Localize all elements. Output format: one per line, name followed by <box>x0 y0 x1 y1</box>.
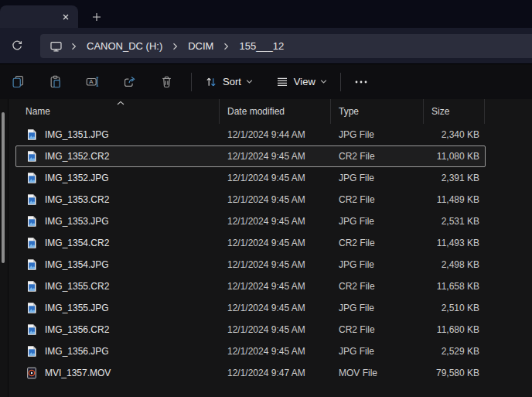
file-name: IMG_1351.JPG <box>45 129 109 140</box>
breadcrumb-segment-drive[interactable]: CANON_DC (H:) <box>82 38 167 54</box>
file-row[interactable]: IMG_1354.CR2 12/1/2024 9:45 AM CR2 File … <box>15 232 486 254</box>
image-file-icon <box>26 258 38 271</box>
refresh-icon <box>11 39 23 52</box>
chevron-down-icon <box>246 79 253 84</box>
file-type: JPG File <box>331 259 424 270</box>
breadcrumb-segment-folder[interactable]: 155___12 <box>234 38 288 54</box>
column-header-type[interactable]: Type <box>330 99 423 124</box>
toolbar-divider <box>340 73 341 91</box>
file-name: IMG_1355.JPG <box>45 303 109 313</box>
trash-icon <box>160 75 173 88</box>
file-row[interactable]: IMG_1355.CR2 12/1/2024 9:45 AM CR2 File … <box>15 276 486 297</box>
file-name: IMG_1352.JPG <box>45 173 109 183</box>
file-row[interactable]: IMG_1355.JPG 12/1/2024 9:45 AM JPG File … <box>15 297 486 319</box>
nav-pane-scrollbar[interactable] <box>2 112 5 263</box>
sort-icon <box>205 76 217 88</box>
file-date-modified: 12/1/2024 9:45 AM <box>220 303 331 313</box>
file-row[interactable]: IMG_1356.CR2 12/1/2024 9:45 AM CR2 File … <box>15 319 486 341</box>
file-name: MVI_1357.MOV <box>45 368 111 378</box>
file-type: MOV File <box>331 368 424 378</box>
breadcrumb-chevron-icon[interactable] <box>223 43 229 50</box>
file-date-modified: 12/1/2024 9:45 AM <box>220 173 331 183</box>
file-name: IMG_1356.CR2 <box>45 324 109 335</box>
file-name: IMG_1354.CR2 <box>45 238 109 248</box>
refresh-button[interactable] <box>6 34 28 57</box>
file-row[interactable]: IMG_1352.CR2 12/1/2024 9:45 AM CR2 File … <box>15 145 486 167</box>
file-row[interactable]: IMG_1353.CR2 12/1/2024 9:45 AM CR2 File … <box>15 189 486 210</box>
breadcrumb-chevron-icon[interactable] <box>172 43 178 50</box>
address-bar[interactable]: CANON_DC (H:) DCIM 155___12 <box>40 34 532 58</box>
file-list: IMG_1351.JPG 12/1/2024 9:44 AM JPG File … <box>15 124 486 384</box>
video-file-icon <box>26 367 38 379</box>
column-header-row: Name Date modified Type Size <box>15 99 532 124</box>
paste-button[interactable] <box>43 69 66 95</box>
copy-button[interactable] <box>6 69 29 95</box>
column-header-name[interactable]: Name <box>15 99 219 124</box>
file-row[interactable]: IMG_1354.JPG 12/1/2024 9:45 AM JPG File … <box>15 254 486 276</box>
file-name: IMG_1353.CR2 <box>45 194 109 205</box>
view-icon <box>276 76 288 88</box>
breadcrumb-chevron-icon[interactable] <box>71 43 77 50</box>
svg-text:A: A <box>89 78 94 85</box>
file-type: CR2 File <box>331 281 424 292</box>
new-tab-button[interactable] <box>87 8 107 26</box>
file-date-modified: 12/1/2024 9:45 AM <box>220 151 331 162</box>
view-button[interactable]: View <box>270 69 333 95</box>
plus-icon <box>92 12 101 22</box>
file-name: IMG_1352.CR2 <box>45 151 109 162</box>
sort-button[interactable]: Sort <box>199 69 259 95</box>
file-row[interactable]: IMG_1352.JPG 12/1/2024 9:45 AM JPG File … <box>15 167 486 189</box>
paste-icon <box>49 75 62 88</box>
explorer-tab[interactable] <box>0 5 78 28</box>
this-pc-icon[interactable] <box>49 40 63 53</box>
file-type: CR2 File <box>331 238 424 248</box>
file-name: IMG_1354.JPG <box>45 259 109 270</box>
file-type: JPG File <box>331 303 424 313</box>
image-file-icon <box>26 237 38 249</box>
command-toolbar: A <box>0 63 532 99</box>
column-header-size[interactable]: Size <box>423 99 485 124</box>
file-date-modified: 12/1/2024 9:45 AM <box>220 238 331 248</box>
file-list-area: Name Date modified Type Size <box>0 99 532 397</box>
toolbar-divider <box>191 73 192 91</box>
file-size: 11,680 KB <box>424 324 479 335</box>
chevron-down-icon <box>320 79 327 84</box>
file-size: 2,340 KB <box>424 129 479 140</box>
file-row[interactable]: IMG_1356.JPG 12/1/2024 9:45 AM JPG File … <box>15 341 486 362</box>
delete-button[interactable] <box>155 69 178 95</box>
file-size: 2,498 KB <box>424 259 479 270</box>
file-size: 11,080 KB <box>424 151 479 162</box>
see-more-button[interactable] <box>348 69 374 95</box>
file-row[interactable]: IMG_1351.JPG 12/1/2024 9:44 AM JPG File … <box>15 124 486 145</box>
file-row[interactable]: MVI_1357.MOV 12/1/2024 9:47 AM MOV File … <box>15 362 486 384</box>
file-size: 2,510 KB <box>424 303 479 313</box>
share-icon <box>123 75 136 88</box>
rename-button[interactable]: A <box>80 69 104 95</box>
column-header-date-modified[interactable]: Date modified <box>219 99 330 124</box>
file-name: IMG_1356.JPG <box>45 346 109 357</box>
share-button[interactable] <box>118 69 141 95</box>
file-row[interactable]: IMG_1353.JPG 12/1/2024 9:45 AM JPG File … <box>15 210 486 232</box>
image-file-icon <box>26 215 38 228</box>
file-date-modified: 12/1/2024 9:45 AM <box>220 346 331 357</box>
file-date-modified: 12/1/2024 9:45 AM <box>220 194 331 205</box>
file-date-modified: 12/1/2024 9:45 AM <box>220 281 331 292</box>
file-type: CR2 File <box>331 151 424 162</box>
file-type: JPG File <box>331 216 424 227</box>
view-button-label: View <box>294 76 315 87</box>
image-file-icon <box>26 345 38 358</box>
file-size: 11,489 KB <box>424 194 479 205</box>
image-file-icon <box>26 150 38 163</box>
file-size: 2,529 KB <box>424 346 479 357</box>
file-size: 2,531 KB <box>424 216 479 227</box>
tab-close-button[interactable] <box>58 9 73 25</box>
tab-strip <box>0 0 532 28</box>
breadcrumb-segment-dcim[interactable]: DCIM <box>183 38 218 54</box>
file-type: JPG File <box>331 129 424 140</box>
file-size: 11,658 KB <box>424 281 479 292</box>
copy-icon <box>12 75 25 88</box>
image-file-icon <box>26 280 38 293</box>
address-bar-row: CANON_DC (H:) DCIM 155___12 <box>0 28 532 63</box>
file-type: JPG File <box>331 346 424 357</box>
file-type: CR2 File <box>331 324 424 335</box>
